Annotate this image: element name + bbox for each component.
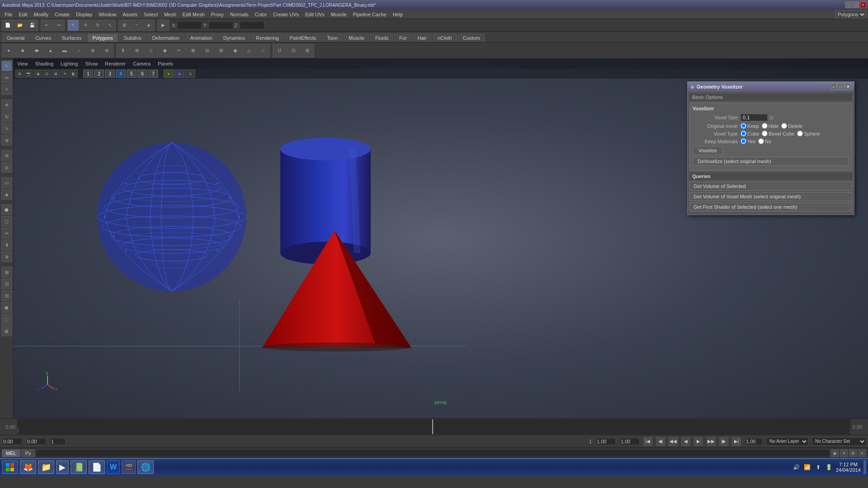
tab-surfaces[interactable]: Surfaces	[57, 33, 86, 42]
app4-taskbar[interactable]: 📗	[71, 460, 87, 474]
shelf-cylinder-icon[interactable]: ⬬	[30, 44, 43, 57]
vp-icon-6[interactable]: 6	[137, 70, 147, 78]
vp-menu-show[interactable]: Show	[84, 61, 100, 66]
marquee-select-tool[interactable]: ▭	[1, 177, 12, 188]
snap-curve-icon[interactable]: ~	[131, 19, 142, 31]
maya-taskbar[interactable]: 🎬	[122, 460, 136, 474]
vp-icon-ambient[interactable]: ☀	[61, 70, 69, 78]
move-tool-icon[interactable]: ✛	[80, 19, 91, 31]
shelf-quadrangulate-icon[interactable]: □	[256, 44, 270, 57]
select-tool[interactable]: ↖	[1, 61, 12, 71]
tray-icon-4[interactable]: 🔋	[825, 463, 833, 471]
menu-item-normals[interactable]: Normals	[227, 11, 251, 18]
mel-type-label[interactable]: MEL	[2, 449, 20, 457]
media-taskbar[interactable]: ▶	[56, 460, 69, 474]
scale-tool[interactable]: ⤡	[1, 123, 12, 134]
script-clear-button[interactable]: ✕	[840, 449, 848, 457]
menu-item-window[interactable]: Window	[96, 11, 119, 18]
go-to-end-button[interactable]: ▶|	[732, 437, 741, 446]
voxel-size-input[interactable]	[741, 114, 768, 121]
vp-icon-7[interactable]: 7	[148, 70, 158, 78]
acrobat-taskbar[interactable]: 📄	[89, 460, 105, 474]
menu-item-edit[interactable]: Edit	[16, 11, 30, 18]
voxelizer-minimize[interactable]: −	[830, 84, 837, 90]
timeline-bar[interactable]: 0 1	[17, 419, 851, 435]
new-scene-icon[interactable]: 📄	[2, 19, 14, 31]
tab-general[interactable]: General	[2, 33, 29, 42]
vp-icon-4[interactable]: 4	[116, 70, 126, 78]
open-scene-icon[interactable]: 📂	[14, 19, 26, 31]
playback-speed-input[interactable]	[745, 438, 763, 445]
maximize-button[interactable]: □	[853, 2, 859, 8]
shelf-offset-loop-icon[interactable]: ⊞	[214, 44, 228, 57]
move-tool[interactable]: ✛	[1, 99, 12, 110]
z-input[interactable]	[240, 21, 264, 29]
select-tool-icon[interactable]: ↖	[67, 19, 79, 31]
tab-subdivs[interactable]: Subdivs	[119, 33, 146, 42]
voxel-type-cube[interactable]: Cube	[741, 131, 759, 136]
vp-icon-1[interactable]: 1	[83, 70, 93, 78]
menu-item-create[interactable]: Create	[52, 11, 72, 18]
tab-rendering[interactable]: Rendering	[251, 33, 284, 42]
grab-uv-tool[interactable]: ◉	[1, 302, 12, 313]
tab-animation[interactable]: Animation	[185, 33, 217, 42]
menu-item-display[interactable]: Display	[73, 11, 95, 18]
sculpt-geo-tool[interactable]: ⊛	[1, 251, 12, 262]
vp-menu-camera[interactable]: Camera	[131, 61, 152, 66]
shelf-bridge-icon[interactable]: ⊞	[130, 44, 144, 57]
script-options-button[interactable]: ≡	[858, 449, 866, 457]
vp-icon-shading[interactable]: ◑	[33, 70, 42, 78]
devoxelize-button[interactable]: DeVoxelize (select original mesh)	[693, 157, 849, 166]
next-keyframe-button[interactable]: ▶▶	[707, 437, 716, 446]
play-forward-button[interactable]: ▶	[694, 437, 703, 446]
rotate-tool-icon[interactable]: ↻	[92, 19, 104, 31]
original-mesh-delete[interactable]: Delete	[781, 123, 802, 129]
tab-painteffects[interactable]: PaintEffects	[285, 33, 321, 42]
vp-menu-panels[interactable]: Panels	[156, 61, 175, 66]
explorer-taskbar[interactable]: 📁	[38, 460, 54, 474]
go-to-start-button[interactable]: |◀	[643, 437, 652, 446]
time-current-input[interactable]	[26, 438, 46, 445]
tray-icon-1[interactable]: 🔊	[793, 463, 801, 471]
get-volume-selected-button[interactable]: Get Volume of Selected	[689, 182, 852, 191]
vp-icon-highlight[interactable]: ●	[164, 70, 174, 78]
menu-item-help[interactable]: Help	[390, 11, 406, 18]
shelf-cube-icon[interactable]: ■	[16, 44, 29, 57]
minimize-button[interactable]: −	[845, 2, 852, 8]
vp-icon-stereo[interactable]: S	[185, 70, 195, 78]
script-input[interactable]	[36, 449, 830, 457]
save-scene-icon[interactable]: 💾	[26, 19, 38, 31]
viewport[interactable]: View Shading Lighting Show Renderer Came…	[14, 59, 868, 418]
keep-materials-yes[interactable]: Yes	[741, 138, 755, 144]
shelf-sphere-icon[interactable]: ●	[2, 44, 15, 57]
universal-manip-tool[interactable]: ⊕	[1, 135, 12, 145]
redo-icon[interactable]: ↪	[53, 19, 65, 31]
word-taskbar[interactable]: W	[107, 460, 120, 474]
voxelizer-maximize[interactable]: □	[838, 84, 844, 90]
extrude-face-tool[interactable]: ⬆	[1, 239, 12, 250]
unfold-tool[interactable]: ⊡	[1, 278, 12, 289]
tab-ncloth[interactable]: nCloth	[433, 33, 457, 42]
vp-icon-3[interactable]: 3	[105, 70, 115, 78]
pinch-uv-tool[interactable]: ◍	[1, 325, 12, 336]
start-button[interactable]	[2, 460, 18, 474]
voxel-size-slider-icon[interactable]: ⊡	[769, 115, 774, 121]
shelf-torus-icon[interactable]: ○	[72, 44, 85, 57]
vp-icon-5[interactable]: 5	[127, 70, 137, 78]
y-input[interactable]	[208, 21, 233, 29]
vp-icon-textured[interactable]: ⊠	[52, 70, 60, 78]
vp-icon-aa[interactable]: A	[175, 70, 184, 78]
smear-uv-tool[interactable]: ◌	[1, 314, 12, 324]
shelf-split-icon[interactable]: ✂	[172, 44, 186, 57]
voxelize-button[interactable]: Voxelize	[693, 146, 723, 155]
tab-muscle[interactable]: Muscle	[344, 33, 369, 42]
vp-icon-grid[interactable]: ⊞	[15, 70, 24, 78]
paint-tool[interactable]: ✏	[1, 72, 12, 83]
shelf-smooth-icon[interactable]: ◉	[228, 44, 242, 57]
prev-keyframe-button[interactable]: ◀◀	[669, 437, 678, 446]
menu-item-pipeline-cache[interactable]: Pipeline Cache	[350, 11, 389, 18]
shelf-triangulate-icon[interactable]: △	[242, 44, 256, 57]
tab-polygons[interactable]: Polygons	[87, 33, 118, 42]
tab-hair[interactable]: Hair	[413, 33, 432, 42]
workspace-selector[interactable]: Polygons	[835, 10, 866, 19]
